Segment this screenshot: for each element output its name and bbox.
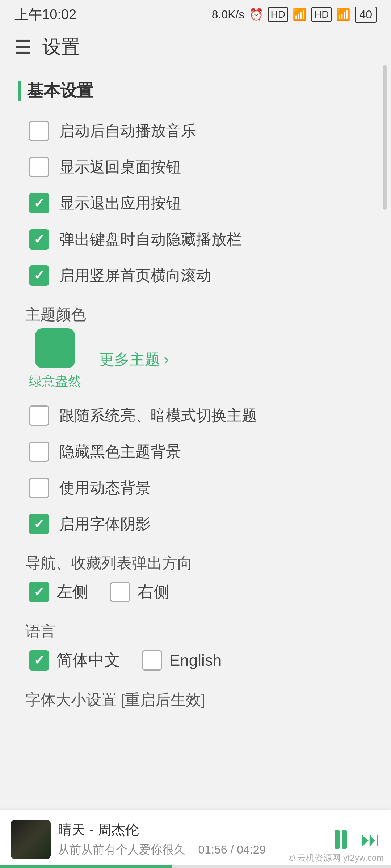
- theme-row: 绿意盎然 更多主题 ›: [29, 328, 366, 390]
- nav-direction-title: 导航、收藏列表弹出方向: [25, 554, 193, 571]
- direction-right[interactable]: 右侧: [110, 581, 169, 603]
- player-info: 晴天 - 周杰伦 从前从前有个人爱你很久 01:56 / 04:29: [58, 821, 327, 858]
- checkbox-dynamic-bg[interactable]: 使用动态背景: [18, 470, 373, 506]
- pause-bar-left: [335, 830, 340, 849]
- basic-settings-header: 基本设置: [18, 80, 373, 102]
- language-section: 语言: [18, 621, 373, 642]
- checkbox-follow-system[interactable]: 跟随系统亮、暗模式切换主题: [18, 397, 373, 434]
- theme-item-green[interactable]: 绿意盎然: [29, 328, 81, 390]
- player-sub-info: 从前从前有个人爱你很久 01:56 / 04:29: [58, 842, 327, 858]
- direction-row: 左侧 右侧: [18, 573, 373, 610]
- checkbox-hide-bar[interactable]: 弹出键盘时自动隐藏播放栏: [18, 221, 373, 258]
- basic-settings-title: 基本设置: [27, 80, 93, 102]
- more-themes-arrow-icon: ›: [164, 351, 169, 368]
- status-bar: 上午10:02 8.0K/s ⏰ HD 📶 HD 📶 40: [0, 0, 391, 29]
- more-themes-label: 更多主题: [99, 349, 160, 370]
- checkbox-hide-dark-bg[interactable]: 隐藏黑色主题背景: [18, 434, 373, 470]
- checkbox-dynamic-bg-label: 使用动态背景: [59, 478, 151, 498]
- menu-icon[interactable]: ☰: [14, 36, 31, 58]
- next-button[interactable]: ⏭: [361, 829, 380, 850]
- player-song-title: 晴天 - 周杰伦: [58, 821, 327, 839]
- more-themes-button[interactable]: 更多主题 ›: [99, 349, 169, 370]
- top-bar: ☰ 设置: [0, 29, 391, 65]
- checkbox-font-shadow-box[interactable]: [29, 514, 49, 534]
- checkbox-hide-dark-bg-box[interactable]: [29, 442, 49, 462]
- checkbox-dynamic-bg-box[interactable]: [29, 478, 49, 498]
- checkbox-show-exit[interactable]: 显示退出应用按钮: [18, 185, 373, 221]
- checkbox-h-scroll[interactable]: 启用竖屏首页横向滚动: [18, 258, 373, 294]
- pause-bar-right: [342, 830, 347, 849]
- signal-4g: 📶: [293, 8, 307, 21]
- direction-right-label: 右侧: [138, 581, 169, 603]
- player-thumbnail[interactable]: [11, 820, 51, 859]
- theme-name-green: 绿意盎然: [29, 373, 81, 390]
- page-title: 设置: [42, 34, 80, 60]
- status-right: 8.0K/s ⏰ HD 📶 HD 📶 40: [212, 7, 377, 23]
- direction-right-checkbox[interactable]: [110, 582, 130, 602]
- scrollbar[interactable]: [383, 65, 387, 210]
- lang-chinese-checkbox[interactable]: [29, 650, 49, 671]
- theme-section-title: 主题颜色: [25, 306, 86, 323]
- section-bar: [18, 81, 21, 101]
- hd-badge2: HD: [311, 7, 332, 22]
- theme-color-row: 绿意盎然 更多主题 ›: [29, 328, 366, 390]
- progress-bar-fill: [0, 865, 172, 868]
- checkbox-auto-play[interactable]: 启动后自动播放音乐: [18, 113, 373, 149]
- direction-left[interactable]: 左侧: [29, 581, 88, 603]
- direction-left-label: 左侧: [56, 581, 88, 603]
- pause-button[interactable]: [335, 830, 347, 849]
- checkbox-show-exit-label: 显示退出应用按钮: [59, 193, 181, 213]
- language-row: 简体中文 English: [18, 642, 373, 679]
- checkbox-show-home-label: 显示返回桌面按钮: [59, 157, 181, 177]
- progress-bar-wrap[interactable]: [0, 865, 391, 868]
- checkbox-hide-bar-label: 弹出键盘时自动隐藏播放栏: [59, 229, 242, 250]
- status-time: 上午10:02: [14, 5, 76, 24]
- main-content: 基本设置 启动后自动播放音乐 显示返回桌面按钮 显示退出应用按钮 弹出键盘时自动…: [0, 65, 391, 782]
- checkbox-follow-system-label: 跟随系统亮、暗模式切换主题: [59, 405, 257, 426]
- checkbox-font-shadow[interactable]: 启用字体阴影: [18, 506, 373, 542]
- lang-english-checkbox[interactable]: [142, 650, 162, 671]
- player-thumb-art: [11, 820, 51, 859]
- checkbox-hide-dark-bg-label: 隐藏黑色主题背景: [59, 442, 181, 462]
- checkbox-auto-play-label: 启动后自动播放音乐: [59, 121, 196, 141]
- checkbox-h-scroll-box[interactable]: [29, 265, 49, 286]
- watermark: © 云机资源网 yf2yw.com: [289, 852, 384, 864]
- battery: 40: [355, 7, 377, 23]
- font-size-section: 字体大小设置 [重启后生效]: [18, 690, 373, 710]
- direction-left-checkbox[interactable]: [29, 582, 49, 602]
- next-icon: ⏭: [361, 829, 380, 850]
- checkbox-follow-system-box[interactable]: [29, 405, 49, 426]
- checkbox-show-home[interactable]: 显示返回桌面按钮: [18, 149, 373, 185]
- checkbox-font-shadow-label: 启用字体阴影: [59, 514, 151, 534]
- lang-english[interactable]: English: [142, 650, 222, 671]
- checkbox-auto-play-box[interactable]: [29, 121, 49, 141]
- lang-chinese-label: 简体中文: [56, 650, 120, 671]
- checkbox-hide-bar-box[interactable]: [29, 229, 49, 250]
- nav-direction-section: 导航、收藏列表弹出方向: [18, 553, 373, 573]
- lang-english-label: English: [169, 651, 222, 669]
- checkbox-show-home-box[interactable]: [29, 157, 49, 177]
- network-speed: 8.0K/s: [212, 8, 245, 21]
- theme-swatch-green[interactable]: [35, 328, 75, 368]
- signal-4g2: 📶: [336, 8, 350, 21]
- font-size-title: 字体大小设置 [重启后生效]: [25, 691, 205, 708]
- checkbox-h-scroll-label: 启用竖屏首页横向滚动: [59, 265, 211, 286]
- theme-section: 主题颜色: [18, 305, 373, 325]
- lang-chinese[interactable]: 简体中文: [29, 650, 120, 671]
- alarm-icon: ⏰: [249, 8, 264, 21]
- checkbox-show-exit-box[interactable]: [29, 193, 49, 213]
- hd-badge: HD: [268, 7, 288, 22]
- player-controls: ⏭: [335, 829, 380, 850]
- language-title: 语言: [25, 623, 56, 640]
